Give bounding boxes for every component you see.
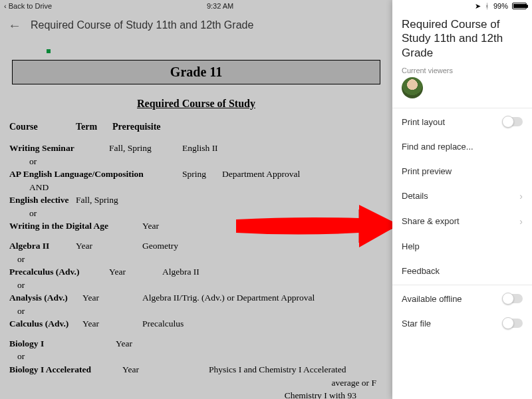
menu-print-preview[interactable]: Print preview bbox=[392, 159, 532, 184]
course-row: Precalculus (Adv.) Year Algebra II bbox=[9, 265, 383, 279]
battery-percent: 99% bbox=[493, 2, 508, 10]
grade-banner: Grade 11 bbox=[12, 60, 380, 84]
or-label: or bbox=[9, 253, 383, 266]
document-main-area: ‹ Back to Drive 9:32 AM ← Required Cours… bbox=[0, 0, 392, 399]
or-label: or bbox=[9, 207, 383, 220]
header-course: Course bbox=[9, 122, 76, 132]
toggle-available-offline[interactable] bbox=[503, 294, 523, 303]
menu-feedback[interactable]: Feedback bbox=[392, 259, 532, 283]
chevron-right-icon: › bbox=[519, 191, 523, 201]
course-row: Analysis (Adv.) Year Algebra II/Trig. (A… bbox=[9, 291, 383, 305]
course-row: Biology I Year bbox=[9, 337, 383, 350]
status-time: 9:32 AM bbox=[207, 2, 233, 10]
menu-star-file[interactable]: Star file bbox=[392, 311, 532, 336]
menu-details[interactable]: Details › bbox=[392, 184, 532, 209]
course-list: Writing Seminar Fall, Spring English II … bbox=[9, 142, 383, 399]
viewers-row bbox=[392, 77, 532, 106]
current-viewers-label: Current viewers bbox=[392, 63, 532, 77]
column-headers: Course Term Prerequisite bbox=[9, 122, 383, 132]
or-label: or bbox=[9, 155, 383, 168]
status-bar: ‹ Back to Drive 9:32 AM bbox=[0, 0, 392, 12]
menu-share-export[interactable]: Share & export › bbox=[392, 209, 532, 234]
options-panel: ➤ ᚼ 99% Required Course of Study 11th an… bbox=[392, 0, 532, 399]
course-row: Calculus (Adv.) Year Precalculus bbox=[9, 317, 383, 331]
divider bbox=[392, 108, 532, 108]
menu-print-layout[interactable]: Print layout bbox=[392, 110, 532, 134]
menu-help[interactable]: Help bbox=[392, 234, 532, 259]
panel-status-bar: ➤ ᚼ 99% bbox=[392, 0, 532, 12]
header-prereq: Prerequisite bbox=[112, 122, 383, 132]
and-label: AND bbox=[9, 181, 383, 194]
divider bbox=[392, 285, 532, 285]
subtitle: Required Course of Study bbox=[9, 98, 383, 110]
menu-available-offline[interactable]: Available offline bbox=[392, 287, 532, 311]
viewer-avatar[interactable] bbox=[402, 77, 423, 98]
prereq-cont: Chemistry I with 93 bbox=[9, 389, 383, 399]
course-row: Algebra II Year Geometry bbox=[9, 239, 383, 253]
toggle-star-file[interactable] bbox=[503, 319, 523, 328]
course-row: Writing Seminar Fall, Spring English II bbox=[9, 142, 383, 155]
course-row: AP English Language/Composition Spring D… bbox=[9, 168, 383, 181]
course-row: Biology I Accelerated Year Physics I and… bbox=[9, 363, 383, 376]
menu-find-replace[interactable]: Find and replace... bbox=[392, 134, 532, 159]
document-body: Grade 11 Required Course of Study Course… bbox=[0, 41, 392, 399]
toggle-print-layout[interactable] bbox=[503, 117, 523, 126]
back-to-drive-link[interactable]: ‹ Back to Drive bbox=[4, 2, 52, 10]
document-title: Required Course of Study 11th and 12th G… bbox=[31, 19, 253, 31]
battery-icon bbox=[512, 3, 527, 9]
bluetooth-icon: ᚼ bbox=[485, 2, 489, 10]
chevron-right-icon: › bbox=[519, 216, 523, 227]
selection-handle-icon[interactable] bbox=[47, 49, 51, 53]
course-row: Writing in the Digital Age Year bbox=[9, 219, 383, 233]
or-label: or bbox=[9, 350, 383, 363]
document-nav: ← Required Course of Study 11th and 12th… bbox=[0, 12, 392, 39]
back-arrow-icon[interactable]: ← bbox=[8, 18, 21, 33]
location-icon: ➤ bbox=[475, 2, 481, 11]
panel-title: Required Course of Study 11th and 12th G… bbox=[392, 12, 532, 63]
header-term: Term bbox=[76, 122, 112, 132]
or-label: or bbox=[9, 305, 383, 318]
or-label: or bbox=[9, 279, 383, 292]
prereq-cont: average or F bbox=[9, 376, 383, 390]
course-row: English elective Fall, Spring bbox=[9, 194, 383, 207]
